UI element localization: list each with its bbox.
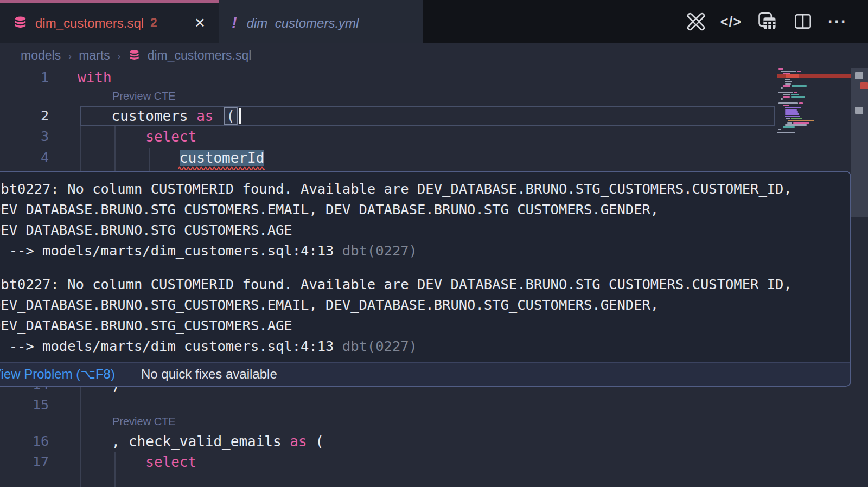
tab-label: dim_customers.sql <box>35 16 144 31</box>
code-text: , check_valid_emails as ( <box>78 431 324 452</box>
breadcrumb-item-file[interactable]: dim_customers.sql <box>148 48 252 63</box>
database-icon <box>13 16 28 30</box>
database-icon <box>128 49 141 62</box>
diagnostic-line: DEV_DATABASE.BRUNO.STG_CUSTOMERS.EMAIL, … <box>0 199 850 220</box>
diagnostic-line: --> models/marts/dim_customers.sql:4:13 … <box>0 336 850 356</box>
problem-hover-popup: dbt0227: No column CUSTOMERID found. Ava… <box>0 171 851 387</box>
tab-dim-customers-sql[interactable]: dim_customers.sql 2 ✕ <box>0 0 219 43</box>
code-text: customerId <box>78 148 264 168</box>
code-lens-preview-cte[interactable]: Preview CTE <box>112 413 176 430</box>
no-quick-fixes-text: No quick fixes available <box>141 367 277 382</box>
diagnostic-message: dbt0227: No column CUSTOMERID found. Ava… <box>0 267 850 362</box>
diagnostic-line: --> models/marts/dim_customers.sql:4:13 … <box>0 240 850 261</box>
diagnostic-source: dbt(0227) <box>334 338 417 354</box>
dbt-logo-icon[interactable] <box>686 11 706 33</box>
split-editor-icon[interactable] <box>793 11 813 33</box>
chevron-right-icon: › <box>117 49 121 62</box>
breadcrumb-item-models[interactable]: models <box>21 48 61 63</box>
diagnostic-message: dbt0227: No column CUSTOMERID found. Ava… <box>0 172 850 267</box>
code-line-15[interactable]: 15 <box>0 395 868 415</box>
diagnostic-line: DEV_DATABASE.BRUNO.STG_CUSTOMERS.EMAIL, … <box>0 294 850 315</box>
overview-error-marker <box>860 82 868 89</box>
line-number: 17 <box>0 452 49 472</box>
scrollbar[interactable] <box>851 68 868 487</box>
error-exclamation-icon: ! <box>232 14 237 32</box>
bracket-match-highlight: ( <box>224 107 238 125</box>
query-results-icon[interactable] <box>756 11 778 33</box>
scrollbar-slider[interactable] <box>851 68 868 217</box>
diagnostic-source: dbt(0227) <box>334 242 417 259</box>
error-highlighted-word: customerId <box>180 150 265 166</box>
code-line-17[interactable]: 17 select <box>0 452 868 472</box>
code-text: customers as ( <box>78 106 241 126</box>
code-line-3[interactable]: 3 select <box>0 126 868 147</box>
code-lens-preview-cte[interactable]: Preview CTE <box>112 88 176 104</box>
problems-count-badge: 2 <box>150 16 157 30</box>
editor-toolbar: </> ··· <box>686 0 868 43</box>
view-problem-link[interactable]: View Problem (⌥F8) <box>0 367 115 382</box>
line-number: 16 <box>0 431 49 452</box>
diagnostic-line: DEV_DATABASE.BRUNO.STG_CUSTOMERS.AGE <box>0 315 850 336</box>
code-line-4[interactable]: 4 customerId <box>0 148 868 168</box>
diagnostic-line: dbt0227: No column CUSTOMERID found. Ava… <box>0 274 850 294</box>
vscode-editor-window: dim_customers.sql 2 ✕ ! dim_customers.ym… <box>0 0 868 487</box>
tab-label: dim_customers.yml <box>247 16 359 31</box>
chevron-right-icon: › <box>68 49 72 62</box>
line-number: 4 <box>0 148 49 168</box>
line-number: 3 <box>0 126 49 147</box>
breadcrumb-item-marts[interactable]: marts <box>79 48 110 63</box>
tab-bar: dim_customers.sql 2 ✕ ! dim_customers.ym… <box>0 0 868 43</box>
tab-dim-customers-yml[interactable]: ! dim_customers.yml <box>219 0 423 43</box>
code-text: select <box>78 452 196 472</box>
code-text: with <box>78 68 112 88</box>
code-line-16[interactable]: 16 , check_valid_emails as ( <box>0 431 868 452</box>
compile-sql-icon[interactable]: </> <box>720 11 742 33</box>
close-icon[interactable]: ✕ <box>194 15 206 31</box>
line-number: 15 <box>0 395 49 415</box>
breadcrumb: models › marts › dim_customers.sql <box>0 43 868 68</box>
diagnostic-line: DEV_DATABASE.BRUNO.STG_CUSTOMERS.AGE <box>0 220 850 240</box>
code-line-1[interactable]: 1with <box>0 68 868 88</box>
text-cursor <box>239 108 241 124</box>
line-number: 2 <box>0 106 49 126</box>
hover-status-bar: View Problem (⌥F8) No quick fixes availa… <box>0 362 850 386</box>
diagnostic-line: dbt0227: No column CUSTOMERID found. Ava… <box>0 178 850 199</box>
code-text: select <box>78 126 196 147</box>
line-number: 1 <box>0 68 49 88</box>
more-actions-icon[interactable]: ··· <box>828 11 847 33</box>
code-line-2[interactable]: 2 customers as ( <box>0 106 868 126</box>
overview-marker <box>855 107 863 114</box>
overview-marker <box>855 72 863 79</box>
